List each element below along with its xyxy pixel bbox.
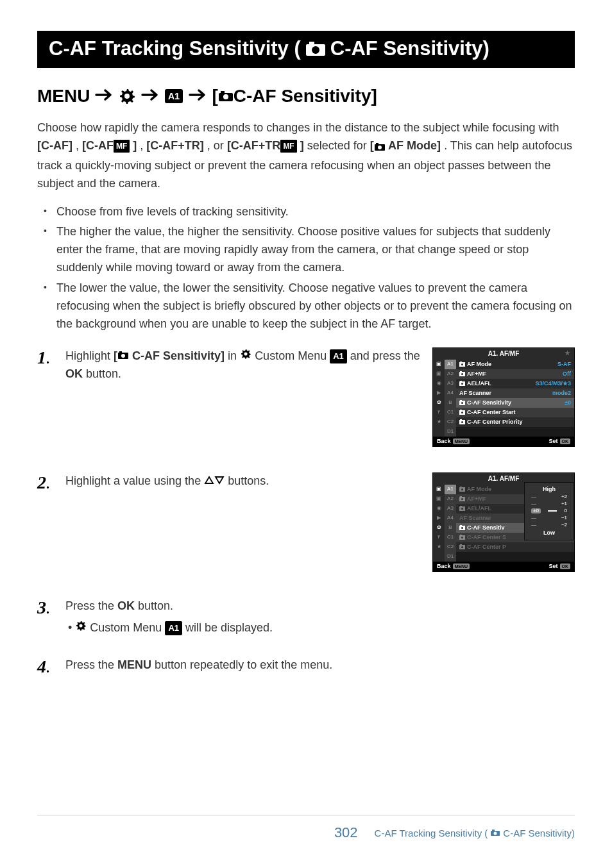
step-number-4: 4. <box>37 656 65 676</box>
footer-link[interactable]: C-AF Tracking Sensitivity ( C-AF Sensiti… <box>375 828 575 839</box>
a1-badge-icon: A1 <box>164 88 183 104</box>
camera-icon <box>305 40 327 57</box>
step-number-2: 2. <box>37 472 65 572</box>
step-4-text: Press the MENU button repeatedly to exit… <box>65 656 575 674</box>
ok-button-label: OK <box>65 367 83 380</box>
text: , <box>140 139 146 152</box>
menu-item-label: C-AF Sensitivity] <box>234 86 377 106</box>
menu-path: MENU A1 [ C-AF Sensitivity] <box>37 86 575 106</box>
text: Highlight <box>65 349 114 362</box>
subtab: A3 <box>445 504 456 513</box>
step-number-3: 3. <box>37 597 65 617</box>
svg-point-19 <box>494 831 497 835</box>
svg-rect-7 <box>221 91 225 94</box>
step-3-sub-bullet: Custom Menu A1 will be displayed. <box>65 619 567 637</box>
mode-caftrmf: [C-AF+TR <box>227 139 281 152</box>
arrow-icon <box>141 86 159 106</box>
screenshot-footer: BackMENU SetOK <box>433 562 574 571</box>
tab-icon: ★ <box>433 417 445 427</box>
mode-cafmf: [C-AF <box>82 139 114 152</box>
menu-row: C-AF Center Priority <box>456 417 574 427</box>
menu-label: MENU <box>37 86 90 106</box>
tab-icon: ▶ <box>433 388 445 398</box>
tab-icon: ▣ <box>433 485 445 494</box>
svg-point-2 <box>312 46 319 54</box>
list-item: The lower the value, the lower the sensi… <box>49 280 575 333</box>
popup-high-label: High <box>525 485 574 494</box>
subtab: C1 <box>445 408 456 417</box>
subtab: D1 <box>445 552 456 562</box>
tab-icon: ▶ <box>433 513 445 523</box>
text: Press the <box>65 658 117 671</box>
camera-icon <box>374 141 386 154</box>
screenshot-header: A1. AF/MF★ <box>433 348 574 360</box>
text: Press the <box>65 599 117 612</box>
svg-rect-13 <box>119 351 122 353</box>
subtab: D1 <box>445 427 456 437</box>
mf-badge-icon: MF <box>114 140 130 153</box>
menu-row: AEL/AFLS3/C4/M3/★3 <box>456 379 574 388</box>
tab-icon: ۴ <box>433 408 445 417</box>
tab-icon: ۴ <box>433 533 445 542</box>
tab-icon: ◉ <box>433 379 445 388</box>
text: ] <box>297 139 304 152</box>
svg-point-8 <box>223 94 228 99</box>
svg-point-14 <box>121 354 125 358</box>
a1-badge-icon: A1 <box>165 621 182 635</box>
gear-icon <box>240 349 251 362</box>
menu-row: AF Scannermode2 <box>456 388 574 398</box>
up-triangle-icon <box>204 474 214 487</box>
popup-low-label: Low <box>525 529 574 537</box>
intro-paragraph: Choose how rapidly the camera responds t… <box>37 119 575 193</box>
subtab: C2 <box>445 542 456 552</box>
svg-text:A1: A1 <box>169 91 180 101</box>
mode-caftr: [C-AF+TR] <box>146 139 203 152</box>
menu-row: C-AF Center Start <box>456 408 574 417</box>
camera-icon <box>490 828 500 839</box>
page-title-bar: C-AF Tracking Sensitivity ( C-AF Sensiti… <box>37 31 575 68</box>
text: Highlight a value using the <box>65 474 204 487</box>
text: C-AF Sensitivity] <box>129 349 225 362</box>
down-triangle-icon <box>214 474 225 487</box>
menu-row: C-AF Center P <box>456 542 574 552</box>
subtab: C1 <box>445 533 456 542</box>
camera-icon <box>218 90 234 102</box>
notes-list: Choose from five levels of tracking sens… <box>37 203 575 333</box>
svg-rect-10 <box>376 143 378 145</box>
title-suffix: C-AF Sensitivity) <box>330 37 489 60</box>
page-footer: 302 C-AF Tracking Sensitivity ( C-AF Sen… <box>37 815 575 841</box>
mf-badge-icon: MF <box>280 140 296 153</box>
menu-button-label: MENU <box>117 658 151 671</box>
subtab: C2 <box>445 417 456 427</box>
text: button. <box>138 599 173 612</box>
title-prefix: C-AF Tracking Sensitivity ( <box>49 37 301 60</box>
text: and press the <box>350 349 420 362</box>
svg-point-3 <box>124 94 130 99</box>
tab-icon: ✿ <box>433 523 445 533</box>
subtab: A1 <box>445 485 456 494</box>
menu-row-selected: C-AF Sensitivity±0 <box>456 398 574 408</box>
step-1-text: Highlight [ C-AF Sensitivity] in Custom … <box>65 347 432 447</box>
text: Custom Menu <box>90 621 165 634</box>
svg-rect-1 <box>309 42 314 45</box>
tab-icon: ▣ <box>433 360 445 369</box>
subtab: A2 <box>445 369 456 379</box>
arrow-icon <box>189 86 207 106</box>
text: selected for <box>307 139 370 152</box>
svg-point-15 <box>244 352 248 355</box>
svg-rect-18 <box>492 830 495 831</box>
star-icon: ★ <box>565 350 570 356</box>
text: in <box>228 349 240 362</box>
text: C-AF Sensitivity) <box>503 828 575 839</box>
svg-point-16 <box>80 624 83 627</box>
subtab: A4 <box>445 513 456 523</box>
step-2-text: Highlight a value using the buttons. <box>65 472 432 572</box>
tab-icon: ◉ <box>433 504 445 513</box>
menu-row: AF+MFOff <box>456 369 574 379</box>
subtab: A4 <box>445 388 456 398</box>
page-number: 302 <box>334 824 358 841</box>
gear-icon <box>75 621 87 634</box>
list-item: Choose from five levels of tracking sens… <box>49 203 575 221</box>
step-3-text: Press the OK button. Custom Menu A1 will… <box>65 597 575 637</box>
text: AF Mode] <box>386 139 441 152</box>
